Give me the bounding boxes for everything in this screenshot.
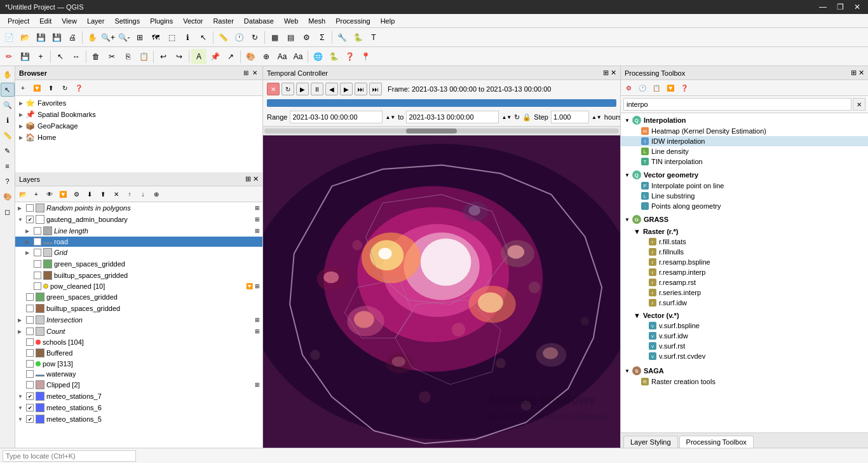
home-item[interactable]: ▶ 🏠 Home <box>17 132 261 143</box>
zoom-in-tool[interactable]: 🔍 <box>1 98 15 112</box>
temporal-refresh-button[interactable]: ↻ <box>514 113 520 121</box>
show-all-layers-button[interactable]: 👁 <box>43 188 56 200</box>
layer-line-length[interactable]: ▶ Line length ⊞ <box>15 225 262 237</box>
layer-builtup-top[interactable]: builtup_spaces_gridded <box>15 303 262 314</box>
layer-checkbox[interactable]: ✔ <box>26 404 34 411</box>
zoom-in-button[interactable]: 🔍+ <box>100 30 116 45</box>
menu-database[interactable]: Database <box>239 16 279 26</box>
browser-refresh-button[interactable]: ↻ <box>58 81 71 94</box>
select-button[interactable]: ↖ <box>196 30 211 45</box>
maximize-button[interactable]: ❐ <box>834 3 846 11</box>
temporal-play-button[interactable]: ▶ <box>296 83 309 95</box>
r-series-interp-item[interactable]: r r.series.interp <box>621 287 868 298</box>
layer-checkbox[interactable] <box>26 316 34 324</box>
label-pin-button[interactable]: 📌 <box>207 49 222 64</box>
layer-pow[interactable]: pow [313] <box>15 359 262 369</box>
temporal-prev-button[interactable]: ◀ <box>325 83 338 95</box>
temporal-last-button[interactable]: ⏭ <box>369 83 382 95</box>
move-feature-button[interactable]: ↔ <box>69 49 84 64</box>
layer-checkbox[interactable]: ✔ <box>26 392 34 400</box>
layer-checkbox[interactable] <box>34 249 41 256</box>
layer-waterway[interactable]: waterway <box>15 369 262 379</box>
v-surf-rst-item[interactable]: v v.surf.rst <box>621 341 868 351</box>
close-button[interactable]: ✕ <box>851 3 863 11</box>
temporal-pause-button[interactable]: ⏸ <box>311 83 323 95</box>
layer-checkbox[interactable] <box>26 204 34 212</box>
temporal-range-to-button[interactable]: ▲▼ <box>501 114 512 120</box>
interpolation-group-header[interactable]: ▼ Q Interpolation <box>621 114 868 126</box>
label-tool-button[interactable]: A <box>191 49 207 64</box>
select-tool[interactable]: ↖ <box>1 83 15 97</box>
line-density-item[interactable]: L Line density <box>621 146 868 156</box>
temporal-step-input[interactable] <box>551 111 589 123</box>
3d-tool[interactable]: ◻ <box>1 205 15 219</box>
cut-button[interactable]: ✂ <box>104 49 119 64</box>
annotate-tool[interactable]: ✎ <box>1 144 15 158</box>
identify-tool[interactable]: ℹ <box>1 113 15 127</box>
layers-close-button[interactable]: ✕ <box>253 175 259 183</box>
filter-layers-button[interactable]: 🔽 <box>57 188 69 200</box>
menu-view[interactable]: View <box>57 16 82 26</box>
temporal-step-button[interactable]: ▲▼ <box>592 114 602 120</box>
print-layout-button[interactable]: 🖨 <box>65 30 80 45</box>
layer-checkbox[interactable] <box>26 360 34 368</box>
r-fillnulls-item[interactable]: r r.fillnulls <box>621 247 868 257</box>
saga-group-header[interactable]: ▼ S SAGA <box>621 365 868 377</box>
style-tool[interactable]: 🎨 <box>1 190 15 204</box>
layer-checkbox[interactable] <box>34 227 41 235</box>
layer-meteo-7[interactable]: ▼ ✔ meteo_stations_7 <box>15 390 262 402</box>
browser-collapse-button[interactable]: ⬆ <box>44 81 57 94</box>
menu-raster[interactable]: Raster <box>208 16 238 26</box>
r-resamp-rst-item[interactable]: r r.resamp.rst <box>621 277 868 287</box>
layer-random-points[interactable]: ▶ Random points in polygons ⊞ <box>15 202 262 214</box>
layer-tool[interactable]: ≡ <box>1 159 15 173</box>
layer-clipped[interactable]: Clipped [2] ⊞ <box>15 379 262 390</box>
browser-add-button[interactable]: + <box>17 81 29 94</box>
processing-options-button[interactable]: 🔽 <box>664 81 677 94</box>
layers-float-button[interactable]: ⊞ <box>245 175 251 183</box>
grass-group-header[interactable]: ▼ G GRASS <box>621 214 868 225</box>
menu-edit[interactable]: Edit <box>34 16 57 26</box>
save-edit-button[interactable]: 💾 <box>17 49 32 64</box>
tin-item[interactable]: T TIN interpolation <box>621 156 868 167</box>
style-manager-button[interactable]: 🎨 <box>243 49 258 64</box>
map-hscroll[interactable] <box>263 127 620 135</box>
paste-style-button[interactable]: ⊕ <box>259 49 274 64</box>
temporal-loop-button[interactable]: ↻ <box>281 83 294 95</box>
browser-close-button[interactable]: ✕ <box>251 69 259 76</box>
layer-checkbox[interactable] <box>34 282 41 290</box>
idw-item[interactable]: I IDW interpolation <box>621 136 868 146</box>
tab-processing-toolbox[interactable]: Processing Toolbox <box>679 436 754 448</box>
python-button[interactable]: 🐍 <box>350 30 365 45</box>
toggle-edit-button[interactable]: ✏ <box>1 49 17 64</box>
interpolate-point-item[interactable]: P Interpolate point on line <box>621 181 868 191</box>
layer-green-spaces-top[interactable]: green_spaces_gridded <box>15 291 262 303</box>
temporal-stop-button[interactable]: ✕ <box>267 83 280 95</box>
menu-web[interactable]: Web <box>279 16 303 26</box>
window-controls[interactable]: — ❐ ✕ <box>817 3 863 11</box>
search-input[interactable] <box>623 98 851 111</box>
temporal-next-button[interactable]: ▶ <box>340 83 353 95</box>
qgis-help-button[interactable]: ❓ <box>342 49 357 64</box>
processing-run-button[interactable]: ⚙ <box>622 81 635 94</box>
menu-processing[interactable]: Processing <box>330 16 375 26</box>
label-button[interactable]: T <box>366 30 381 45</box>
identify-button[interactable]: ℹ <box>180 30 195 45</box>
temporal-close-button[interactable]: ✕ <box>611 69 616 76</box>
zoom-layer-button[interactable]: 🗺 <box>148 30 163 45</box>
vector-geometry-group-header[interactable]: ▼ Q Vector geometry <box>621 169 868 181</box>
processing-help-button[interactable]: ❓ <box>678 81 691 94</box>
label-settings-button[interactable]: Aa <box>275 49 290 64</box>
menu-project[interactable]: Project <box>3 16 34 26</box>
processing-float-button[interactable]: ⊞ <box>851 69 857 76</box>
v-surf-idw-item[interactable]: v v.surf.idw <box>621 331 868 341</box>
undo-button[interactable]: ↩ <box>156 49 171 64</box>
layer-options-button[interactable]: ⚙ <box>70 188 83 200</box>
grass-raster-header[interactable]: ▼ Raster (r.*) <box>621 226 868 237</box>
minimize-button[interactable]: — <box>817 3 829 11</box>
open-project-button[interactable]: 📂 <box>17 30 32 45</box>
save-project-button[interactable]: 💾 <box>33 30 48 45</box>
layer-checkbox[interactable]: ✔ <box>34 238 41 245</box>
layer-gauteng[interactable]: ▼ ✔ gauteng_admin_boundary ⊞ <box>15 214 262 225</box>
refresh-button[interactable]: ↻ <box>247 30 262 45</box>
